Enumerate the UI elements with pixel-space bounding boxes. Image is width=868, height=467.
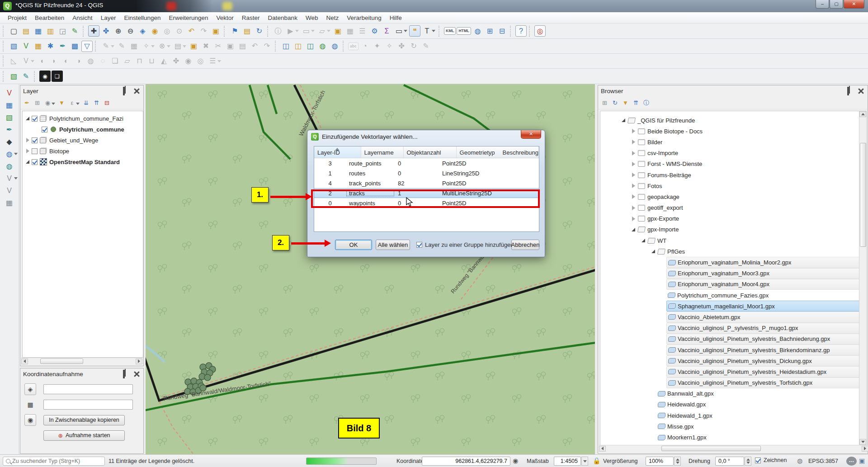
render-option[interactable]: Zeichnen [754,457,787,463]
measure-icon[interactable]: ▭ [393,25,405,37]
browser-item[interactable]: Forums-Beiträge [600,170,860,180]
locator-search[interactable] [3,457,105,466]
digitize-icon[interactable]: ✧ [141,41,152,52]
menu-item[interactable]: Layer [97,13,120,23]
pan-to-selection-icon[interactable]: ✤ [100,25,112,37]
toolbar-separator[interactable] [3,71,6,82]
collapse-browser-icon[interactable]: ⇈ [631,98,641,108]
layer-item[interactable]: Polytrichum_commune_Fazi [23,113,143,124]
locator-extent-icon[interactable]: ▣ [859,457,865,464]
browser-item[interactable]: Heidewald.gpx [600,399,860,410]
coordinate-capture-icon[interactable]: ◉ [513,457,518,464]
cancel-button[interactable]: Abbrechen [511,240,539,250]
browser-item[interactable]: Fotos [600,180,860,191]
expand-arrow-icon[interactable] [630,129,637,133]
pan-map-icon[interactable]: ✚ [88,25,99,37]
move-label-icon[interactable]: ✤ [396,41,407,52]
split-features-icon[interactable]: ◭ [158,56,170,67]
clone-digitize-icon[interactable]: V [20,56,32,67]
toolbar-separator[interactable] [529,26,532,37]
vector-menu-icon[interactable]: V [4,173,15,184]
add-db-layer-icon[interactable]: ◫ [305,41,316,52]
expand-arrow-icon[interactable] [630,140,637,144]
expand-arrow-icon[interactable] [640,239,646,242]
browser-item[interactable]: PflGes [600,246,860,257]
expand-arrow-icon[interactable] [630,228,637,231]
menu-item[interactable]: Verarbeitung [343,13,386,23]
open-layer-styling-icon[interactable]: ✒ [22,98,32,108]
add-spatialite-layer-icon[interactable]: ◫ [292,41,304,52]
cad-tools-icon[interactable]: ◺ [8,56,19,67]
menu-item[interactable]: Hilfe [386,13,406,23]
toolbar-separator[interactable] [95,41,98,52]
magnifier-value[interactable]: 100% [646,457,674,466]
browser-item[interactable]: Bannwald_alt.gpx [600,388,860,399]
zoom-to-layer-icon[interactable]: ◎ [161,25,173,37]
toolbar-separator[interactable] [267,26,270,37]
debug-tools-icon[interactable]: ◎ [534,25,546,37]
browser-item[interactable]: _QGIS für Pilzfreunde [600,115,860,126]
cut-features-icon[interactable]: ✂ [212,41,224,52]
simplify-feature-icon[interactable]: ◐ [61,56,72,67]
grid-table-icon[interactable]: ▦ [4,197,15,208]
save-project-icon[interactable]: ▦ [33,25,44,37]
raster-tools-icon[interactable]: ▦ [4,99,15,111]
menu-item[interactable]: Bearbeiten [31,13,68,23]
browser-item[interactable]: Vaccinio_uliginosi_Pinetum_sylvestris_To… [600,377,860,388]
add-raster-layer-icon[interactable]: ▦ [33,41,44,52]
column-header[interactable]: Beschreibung [500,146,539,158]
browser-item[interactable]: Vaccinio_uliginosi_Pinetum_sylvestris_Ba… [600,334,860,344]
allow-edits-icon[interactable]: ▣ [188,41,199,52]
multiedit-icon[interactable]: ▤ [172,41,184,52]
rotation-spinner[interactable] [745,457,751,466]
rotate-label-icon[interactable]: ↻ [408,41,420,52]
vertex-tool-icon[interactable]: ⊗ [156,41,168,52]
toolbar-separator[interactable] [3,41,6,52]
deselect-features-icon[interactable]: ▱ [316,25,328,37]
current-edits-icon[interactable]: ✎ [100,41,112,52]
browser-item[interactable]: csv-Importe [600,148,860,159]
offset-curve-icon[interactable]: ⊔ [146,56,157,67]
toolbar-separator[interactable] [34,71,37,82]
copy-features-icon[interactable]: ▣ [225,41,236,52]
save-layer-edits-icon[interactable]: ▦ [128,41,140,52]
close-panel-icon[interactable] [133,371,141,377]
show-bookmarks-icon[interactable]: ▤ [241,25,253,37]
start-capture-button[interactable]: ⊕ Aufnahme starten [43,430,125,441]
toolbar-separator[interactable] [224,26,227,37]
menu-item[interactable]: Einstellungen [120,13,165,23]
browser-item[interactable]: Vaccinio_uliginosi_Pinetum_sylvestris_Bi… [600,344,860,355]
browser-item[interactable]: Vaccinio_Abietetum.gpx [600,311,860,322]
vector-layer-row[interactable]: 3 route_points 0 Point25D [314,158,539,168]
expand-arrow-icon[interactable] [630,206,637,210]
expand-arrow-icon[interactable] [630,194,637,199]
vector-layer-row[interactable]: 4 track_points 82 Point25D [314,178,539,188]
layer-item[interactable]: OpenStreetMap Standard [23,156,143,167]
browser-horizontal-scrollbar[interactable] [599,445,868,452]
scale-dropdown-icon[interactable] [581,457,588,466]
column-header[interactable]: Layername [361,146,404,158]
group-checkbox[interactable] [416,242,422,248]
expand-arrow-icon[interactable] [650,250,656,253]
expand-arrow-icon[interactable] [630,162,637,166]
expand-arrow-icon[interactable] [24,160,31,164]
statistics-sum-icon[interactable]: Σ [381,25,392,37]
visibility-checkbox[interactable] [32,137,38,143]
add-to-group-option[interactable]: Layer zu einer Gruppe hinzufügen [415,241,514,248]
dark-tool-icon[interactable]: ◆ [4,136,15,147]
crs-globe-icon[interactable]: ◍ [797,457,802,464]
layer-item[interactable]: Polytrichum_commune [23,124,143,135]
browser-item[interactable]: Eriophorum_vaginatum_Moor3.gpx [600,268,860,279]
crs-select-button[interactable]: ◈ [24,383,36,395]
scroll-up-icon[interactable] [859,111,866,117]
expand-all-icon[interactable]: ⇊ [81,98,91,108]
expand-arrow-icon[interactable] [24,149,31,153]
visibility-checkbox[interactable] [32,116,38,122]
edit-attributes-icon[interactable]: ▣ [332,25,344,37]
open-project-icon[interactable]: ▤ [20,25,32,37]
browser-item[interactable]: Heidewald_1.gpx [600,410,860,421]
processing-toolbox-icon[interactable]: ⚙ [369,25,380,37]
menu-item[interactable]: Projekt [4,13,31,23]
float-panel-icon[interactable] [847,88,855,94]
visibility-checkbox[interactable] [42,127,47,132]
